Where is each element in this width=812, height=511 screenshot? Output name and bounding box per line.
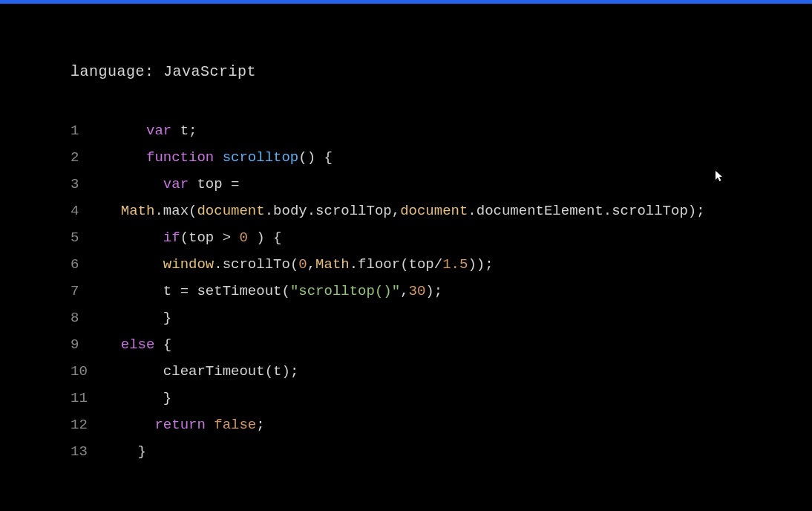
code-line: 2 function scrolltop() {	[71, 144, 741, 171]
line-number: 2	[71, 144, 104, 171]
code-content: window.scrollTo(0,Math.floor(top/1.5));	[104, 251, 494, 278]
code-content: return false;	[104, 411, 265, 438]
line-number: 7	[71, 278, 104, 305]
code-line: 9 else {	[71, 331, 741, 358]
code-content: }	[104, 385, 171, 411]
code-line: 1 var t;	[71, 117, 741, 144]
code-content: }	[104, 305, 171, 331]
line-number: 6	[71, 251, 104, 278]
code-viewer: language: JavaScript 1 var t; 2 function…	[0, 4, 812, 465]
code-content: t = setTimeout("scrolltop()",30);	[104, 278, 442, 305]
line-number: 4	[71, 198, 104, 224]
code-content: if(top > 0 ) {	[104, 224, 282, 251]
code-content: }	[104, 438, 146, 465]
code-content: function scrolltop() {	[104, 144, 333, 171]
language-label: language:	[71, 63, 163, 80]
code-content: clearTimeout(t);	[104, 358, 298, 385]
line-number: 12	[71, 411, 104, 438]
line-number: 10	[71, 358, 104, 385]
code-line: 11 }	[71, 385, 741, 411]
code-line: 13 }	[71, 438, 741, 465]
line-number: 1	[71, 117, 104, 144]
code-line: 7 t = setTimeout("scrolltop()",30);	[71, 278, 741, 305]
code-line: 10 clearTimeout(t);	[71, 358, 741, 385]
language-header: language: JavaScript	[71, 63, 741, 80]
code-line: 6 window.scrollTo(0,Math.floor(top/1.5))…	[71, 251, 741, 278]
line-number: 3	[71, 171, 104, 198]
line-number: 8	[71, 305, 104, 331]
line-number: 5	[71, 224, 104, 251]
line-number: 11	[71, 385, 104, 411]
code-line: 12 return false;	[71, 411, 741, 438]
code-block: 1 var t; 2 function scrolltop() { 3 var …	[71, 117, 741, 465]
code-content: var t;	[104, 117, 197, 144]
language-value: JavaScript	[163, 63, 256, 80]
code-line: 4 Math.max(document.body.scrollTop,docum…	[71, 198, 741, 224]
code-content: else {	[104, 331, 171, 358]
code-line: 3 var top =	[71, 171, 741, 198]
code-content: Math.max(document.body.scrollTop,documen…	[104, 198, 705, 224]
line-number: 9	[71, 331, 104, 358]
code-line: 5 if(top > 0 ) {	[71, 224, 741, 251]
line-number: 13	[71, 438, 104, 465]
code-line: 8 }	[71, 305, 741, 331]
code-content: var top =	[104, 171, 248, 198]
